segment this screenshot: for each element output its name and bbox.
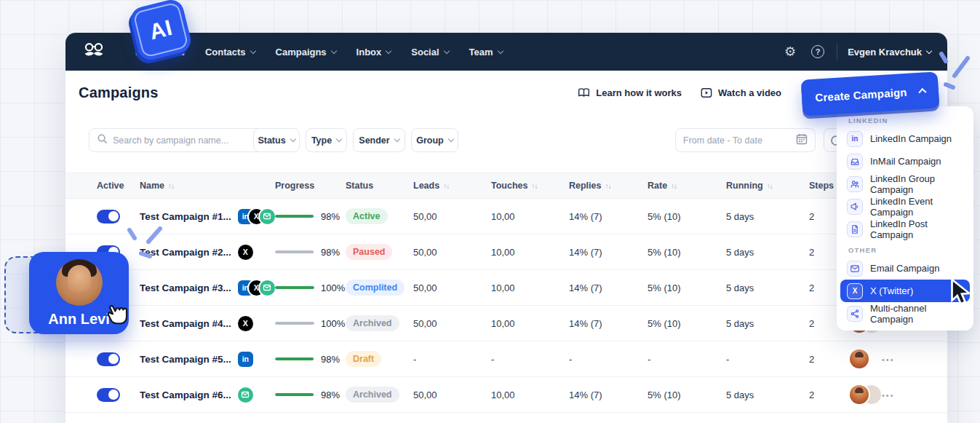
campaign-name[interactable]: Test Campaign #6...	[140, 390, 231, 400]
toggle-knob	[108, 390, 119, 400]
chevron-down-icon	[926, 47, 932, 53]
campaign-name[interactable]: Test Campaign #4...	[140, 318, 231, 329]
value-cell: -	[413, 354, 491, 365]
status-badge: Complited	[346, 280, 405, 296]
learn-how-it-works-label: Learn how it works	[596, 87, 682, 98]
value-cell: 10,00	[491, 282, 569, 293]
campaigns-table: ActiveName↑↓ProgressStatusLeads↑↓Touches…	[65, 173, 947, 413]
more-menu-button[interactable]: •••	[882, 391, 895, 400]
row-menu-cell: •••	[882, 388, 947, 401]
menu-item-inmail-campaign[interactable]: InMail Campaign	[837, 150, 973, 173]
filter-dropdown-group[interactable]: Group	[411, 128, 458, 152]
filter-dropdown-sender[interactable]: Sender	[353, 128, 405, 152]
date-range-filter[interactable]: From date - To date	[675, 128, 816, 152]
multi-icon	[847, 306, 863, 322]
campaign-name[interactable]: Test Campaign #1...	[140, 211, 231, 222]
nav-item-campaigns[interactable]: Campaigns	[276, 47, 336, 58]
nav-item-contacts[interactable]: Contacts	[205, 47, 255, 58]
value-cell: 5% (10)	[648, 390, 726, 400]
app-logo[interactable]	[81, 41, 106, 63]
value-cell: 5 days	[726, 390, 809, 400]
help-button[interactable]: ?	[809, 43, 826, 60]
campaign-name[interactable]: Test Campaign #5...	[140, 354, 231, 365]
column-header-name[interactable]: Name↑↓	[140, 181, 275, 191]
nav-item-team[interactable]: Team	[469, 47, 503, 58]
table-row: Test Campaign #2...X98%Paused50,0010,001…	[65, 234, 947, 270]
learn-how-it-works-link[interactable]: Learn how it works	[578, 87, 682, 98]
sort-icon: ↑↓	[168, 182, 174, 190]
active-toggle[interactable]	[97, 388, 120, 402]
row-menu-cell: •••	[882, 352, 947, 365]
page-title: Campaigns	[79, 84, 159, 101]
progress-cell: 100%	[275, 282, 346, 293]
value-cell: 50,00	[413, 247, 491, 258]
filter-label: Group	[416, 135, 444, 146]
gear-icon: ⚙	[784, 45, 796, 58]
user-name: Evgen Kravchuk	[848, 47, 922, 58]
menu-item-label: LinkedIn Group Campaign	[870, 173, 966, 195]
menu-item-linkedin-event-campaign[interactable]: LinkedIn Event Campaign	[837, 195, 973, 218]
x-twitter-channel-icon: X	[238, 316, 253, 331]
search-input[interactable]	[113, 135, 263, 146]
active-toggle[interactable]	[97, 210, 120, 224]
chevron-down-icon	[290, 136, 295, 142]
column-header-status: Status	[346, 181, 413, 191]
active-cell	[97, 388, 140, 402]
video-play-icon	[701, 87, 712, 98]
active-cell	[97, 210, 140, 224]
sender-avatars	[850, 384, 882, 405]
chevron-up-icon	[918, 88, 926, 96]
progress-cell: 98%	[275, 390, 346, 400]
campaign-name[interactable]: Test Campaign #3...	[140, 282, 231, 293]
value-cell: 5% (10)	[648, 211, 726, 222]
value-cell: 14% (7)	[569, 282, 648, 293]
active-cell	[97, 352, 140, 366]
filter-label: Sender	[359, 135, 389, 146]
progress-label: 98%	[321, 247, 340, 258]
nav-item-social[interactable]: Social	[411, 47, 448, 58]
menu-item-linkedin-post-campaign[interactable]: LinkedIn Post Campaign	[837, 218, 973, 240]
chevron-down-icon	[250, 47, 255, 53]
status-badge: Active	[346, 208, 388, 224]
status-cell: Archived	[346, 315, 413, 331]
progress-label: 98%	[321, 390, 340, 400]
sort-icon: ↑↓	[767, 182, 773, 190]
menu-item-label: LinkedIn Post Campaign	[870, 218, 966, 240]
value-cell: 5 days	[726, 247, 809, 258]
progress-bar	[275, 215, 314, 218]
search-icon	[97, 133, 108, 147]
name-cell: Test Campaign #3...inX	[140, 280, 275, 296]
inmail-icon	[847, 154, 863, 170]
filter-dropdown-status[interactable]: Status	[253, 128, 300, 152]
x-twitter-channel-icon: X	[238, 245, 253, 260]
menu-item-label: Email Campaign	[870, 263, 939, 274]
nav-divider	[837, 44, 837, 60]
user-menu[interactable]: Evgen Kravchuk	[848, 47, 931, 58]
watch-a-video-link[interactable]: Watch a video	[701, 87, 781, 98]
nav-item-inbox[interactable]: Inbox	[356, 47, 391, 58]
value-cell: 50,00	[413, 390, 491, 400]
value-cell: -	[569, 354, 648, 365]
column-header-rate[interactable]: Rate↑↓	[648, 181, 726, 191]
filter-dropdown-type[interactable]: Type	[306, 128, 347, 152]
email-channel-icon	[260, 280, 275, 296]
status-badge: Archived	[346, 315, 399, 331]
post-icon	[847, 221, 863, 237]
value-cell: 10,00	[491, 211, 569, 222]
status-cell: Active	[346, 208, 413, 224]
column-header-leads[interactable]: Leads↑↓	[413, 181, 491, 191]
chevron-down-icon	[394, 136, 399, 142]
more-menu-button[interactable]: •••	[882, 355, 895, 364]
active-toggle[interactable]	[97, 352, 120, 366]
menu-item-linkedin-campaign[interactable]: inLinkedIn Campaign	[837, 127, 973, 150]
column-header-touches[interactable]: Touches↑↓	[491, 181, 569, 191]
column-header-replies[interactable]: Replies↑↓	[569, 181, 648, 191]
column-header-running[interactable]: Running↑↓	[726, 181, 809, 191]
settings-button[interactable]: ⚙	[781, 43, 799, 60]
progress-bar	[275, 357, 314, 360]
chevron-down-icon	[443, 47, 449, 53]
campaign-search	[89, 128, 271, 152]
nav-menu: DashboardContactsCampaignsInboxSocialTea…	[135, 47, 503, 58]
avatar	[850, 385, 869, 404]
menu-item-linkedin-group-campaign[interactable]: LinkedIn Group Campaign	[837, 173, 973, 195]
